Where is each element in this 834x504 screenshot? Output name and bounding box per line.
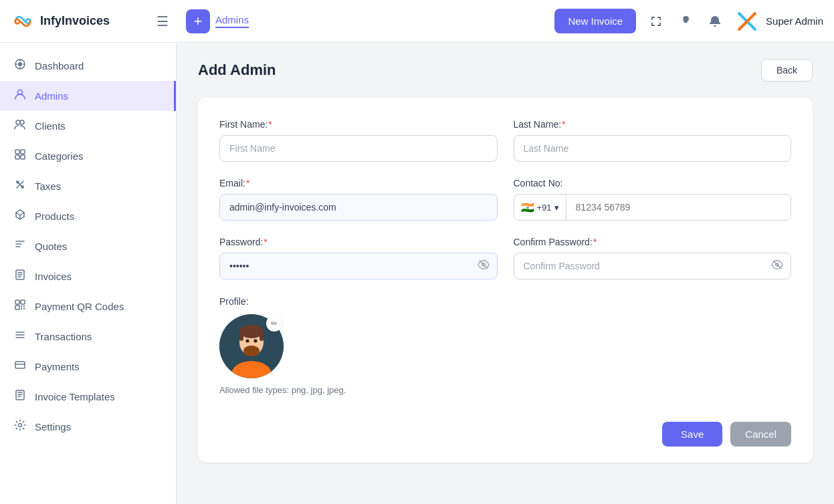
svg-point-2 (18, 62, 22, 66)
svg-rect-14 (21, 155, 25, 159)
new-invoice-button[interactable]: New Invoice (554, 9, 636, 33)
svg-point-40 (254, 340, 257, 343)
svg-rect-18 (15, 300, 19, 304)
phone-prefix[interactable]: 🇮🇳 +91 ▾ (514, 195, 566, 220)
invoice-templates-icon (13, 389, 27, 404)
file-hint: Allowed file types: png, jpg, jpeg. (219, 385, 791, 395)
invoices-icon (13, 269, 27, 284)
svg-rect-13 (15, 155, 19, 159)
svg-rect-20 (15, 305, 19, 309)
add-button[interactable]: + (186, 9, 210, 33)
svg-point-39 (246, 340, 249, 343)
save-button[interactable]: Save (662, 422, 722, 447)
email-input[interactable] (219, 194, 498, 221)
dashboard-icon (13, 58, 27, 74)
sidebar-item-label: Settings (35, 421, 71, 432)
svg-rect-23 (21, 308, 22, 309)
first-name-group: First Name:* (219, 119, 498, 162)
sidebar-item-label: Taxes (35, 180, 61, 192)
header-tab: + Admins (186, 9, 249, 33)
sidebar-item-dashboard[interactable]: Dashboard (0, 51, 176, 81)
sidebar-item-label: Transactions (35, 331, 92, 342)
app-name: InfyInvoices (40, 14, 110, 28)
svg-rect-11 (15, 150, 19, 154)
last-name-label: Last Name:* (514, 119, 792, 130)
transactions-icon (13, 329, 27, 344)
confirm-password-input[interactable] (514, 253, 792, 279)
svg-point-38 (243, 346, 259, 356)
password-toggle-icon[interactable] (478, 259, 490, 273)
categories-icon (13, 148, 27, 164)
hamburger-button[interactable]: ☰ (152, 9, 173, 33)
sidebar-item-clients[interactable]: Clients (0, 111, 176, 141)
page-title: Add Admin (198, 61, 276, 79)
profile-label: Profile: (219, 296, 249, 307)
name-row: First Name:* Last Name:* (219, 119, 791, 162)
profile-section: Profile: (219, 295, 791, 395)
notifications-button[interactable] (706, 12, 724, 31)
svg-rect-25 (15, 362, 25, 368)
svg-rect-24 (23, 308, 25, 309)
layout: Dashboard Admins Clients Categories Taxe… (0, 43, 834, 504)
phone-number-input[interactable] (566, 195, 791, 220)
cancel-button[interactable]: Cancel (730, 422, 791, 447)
last-name-group: Last Name:* (514, 119, 792, 162)
email-contact-row: Email:* Contact No: 🇮🇳 +91 ▾ (219, 178, 791, 221)
sidebar-item-label: Admins (35, 90, 68, 102)
sidebar-item-quotes[interactable]: Quotes (0, 231, 176, 261)
edit-profile-icon[interactable]: ✏ (266, 316, 282, 332)
confirm-password-toggle-icon[interactable] (771, 259, 783, 273)
sidebar-item-label: Invoices (35, 271, 72, 282)
user-info: Super Admin (735, 9, 823, 33)
contact-group: Contact No: 🇮🇳 +91 ▾ (514, 178, 792, 221)
svg-rect-36 (239, 332, 243, 341)
back-button[interactable]: Back (761, 59, 813, 82)
phone-input-wrapper: 🇮🇳 +91 ▾ (514, 194, 792, 221)
confirm-password-input-wrapper (514, 253, 792, 279)
sidebar-item-transactions[interactable]: Transactions (0, 322, 176, 352)
sidebar-item-invoices[interactable]: Invoices (0, 261, 176, 291)
password-input-wrapper (219, 253, 498, 279)
last-name-input[interactable] (514, 135, 792, 162)
form-actions: Save Cancel (219, 411, 791, 447)
svg-point-9 (16, 120, 20, 124)
svg-rect-12 (21, 150, 25, 154)
svg-rect-22 (23, 305, 25, 307)
flag-icon: 🇮🇳 (521, 201, 534, 214)
svg-point-10 (20, 120, 24, 124)
svg-rect-26 (16, 390, 24, 400)
sidebar-item-invoice-templates[interactable]: Invoice Templates (0, 382, 176, 412)
sidebar-item-settings[interactable]: Settings (0, 412, 176, 442)
sidebar-item-label: Dashboard (35, 60, 84, 72)
password-input[interactable] (219, 253, 498, 279)
taxes-icon (13, 178, 27, 194)
email-group: Email:* (219, 178, 498, 221)
settings-button[interactable] (676, 12, 695, 31)
sidebar-item-taxes[interactable]: Taxes (0, 171, 176, 201)
header-right: New Invoice (554, 9, 823, 33)
confirm-password-label: Confirm Password:* (514, 237, 792, 247)
logo: InfyInvoices (11, 9, 144, 33)
sidebar-item-label: Clients (35, 120, 66, 132)
profile-upload-container[interactable]: ✏ (219, 314, 284, 378)
sidebar-item-label: Quotes (35, 241, 67, 252)
user-name: Super Admin (766, 15, 823, 27)
sidebar-item-products[interactable]: Products (0, 201, 176, 231)
bell-icon (708, 15, 722, 28)
header: InfyInvoices ☰ + Admins New Invoice (0, 0, 834, 43)
sidebar-item-payments[interactable]: Payments (0, 352, 176, 382)
admins-icon (13, 88, 27, 104)
user-avatar-icon (735, 9, 759, 33)
sidebar-item-categories[interactable]: Categories (0, 141, 176, 171)
form-card: First Name:* Last Name:* Email:* (198, 98, 813, 463)
main-content: Add Admin Back First Name:* Last Name:* (177, 43, 834, 504)
sidebar-item-payment-qr-codes[interactable]: Payment QR Codes (0, 291, 176, 322)
country-code: +91 (537, 203, 552, 213)
settings-icon (13, 419, 27, 434)
fullscreen-button[interactable] (647, 12, 665, 31)
clients-icon (13, 118, 27, 134)
sidebar-item-admins[interactable]: Admins (0, 81, 176, 111)
dropdown-icon: ▾ (554, 203, 559, 213)
svg-rect-21 (21, 305, 22, 307)
first-name-input[interactable] (219, 135, 498, 162)
